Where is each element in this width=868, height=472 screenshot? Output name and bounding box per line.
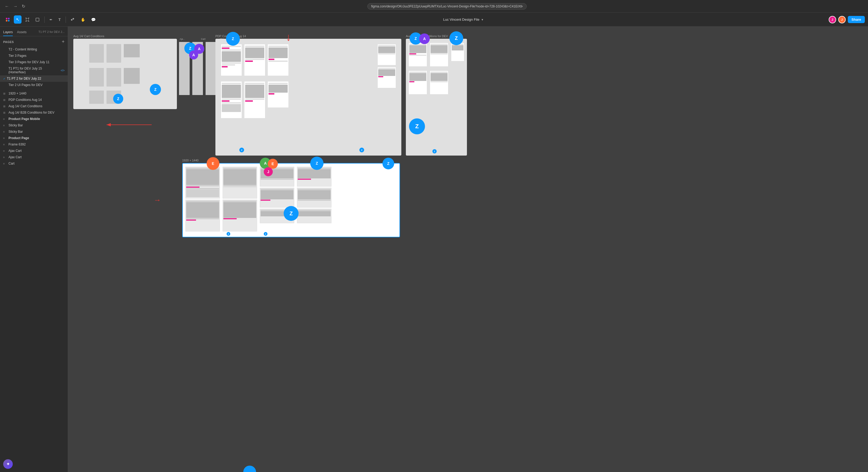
page-item-product-mobile[interactable]: ≡ Product Page Mobile [0, 116, 68, 122]
page-label: Aug 14/ B2B Conditions for DEV [8, 111, 55, 114]
comment-tool-button[interactable]: 💬 [89, 16, 98, 23]
aja-label: Aja... [180, 38, 185, 40]
code-icon: </> [61, 69, 65, 72]
avatar-z-1920-bottom: Z [284, 206, 299, 221]
page-col2-1 [223, 167, 257, 199]
svg-rect-12 [36, 18, 39, 21]
url-bar[interactable] [367, 3, 527, 9]
pdp-right-1 [377, 44, 396, 65]
pages-list: T2 - Content Writing Tier 3 Pages Tier 3… [0, 46, 68, 456]
add-page-button[interactable]: + [62, 39, 65, 44]
eq-icon: ≡ [3, 117, 7, 121]
pdp-frames-row [221, 44, 289, 76]
canvas[interactable]: Aug 14/ Cart Conditions Z Z [68, 27, 868, 472]
page-label: Tier 2 UI Pages for DEV [8, 83, 42, 87]
svg-rect-9 [28, 18, 29, 21]
pdp-mini-1 [221, 44, 242, 76]
page-col1-2 [185, 200, 220, 232]
avatar-z-b2b: Z [409, 119, 425, 134]
figma-menu-button[interactable] [3, 16, 12, 24]
page-item-ajax2[interactable]: ≡ Ajax Cart [0, 154, 68, 160]
tab-breadcrumb[interactable]: T1 PT 2 for DEV J... [38, 29, 65, 36]
b2b-mini-1 [408, 43, 427, 67]
page-col2-2 [223, 200, 257, 232]
mini-frame-7 [89, 91, 104, 104]
page-item-frame6392[interactable]: ≡ Frame 6392 [0, 141, 68, 147]
pen-tool-button[interactable]: ✒ [47, 16, 55, 23]
page-item-t1pt2[interactable]: ✓ T1 PT 2 for DEV July 22 [0, 75, 68, 82]
figma-toolbar: ↖ ✒ T ✋ 💬 Luc Vincent Design File ▾ J J … [0, 13, 868, 27]
page-col1-1 [185, 167, 220, 199]
svg-rect-6 [26, 21, 27, 22]
b2b-conditions-section: Z Z A Z Z [406, 39, 467, 156]
page-col4-3 [297, 209, 332, 223]
b2b-mini-2 [430, 43, 448, 67]
component-tool-button[interactable] [68, 16, 77, 23]
text-tool-button[interactable]: T [56, 16, 63, 23]
tab-layers[interactable]: Layers [3, 29, 13, 36]
page-item-ajax1[interactable]: ≡ Ajax Cart [0, 147, 68, 154]
avatar-a-b2b-top: A [419, 33, 430, 44]
mini-frame-3 [124, 44, 140, 57]
eq-icon: ≡ [3, 149, 7, 153]
svg-rect-4 [26, 18, 27, 18]
svg-rect-7 [28, 21, 29, 22]
col-2 [223, 167, 257, 232]
svg-rect-14 [72, 18, 74, 20]
mini-frame-5 [106, 68, 121, 87]
avatar-z-cart-2: Z [113, 94, 123, 104]
file-title-dropdown[interactable]: ▾ [482, 18, 483, 22]
pdp-mini-4 [221, 81, 242, 119]
page-item-t2-content[interactable]: T2 - Content Writing [0, 46, 68, 53]
svg-rect-8 [26, 18, 26, 21]
tab-assets[interactable]: Assets [17, 29, 27, 36]
page-item-pdp[interactable]: ⊞ PDP Conditions Aug 14 [0, 97, 68, 103]
page-item-product-page[interactable]: ≡ Product Page [0, 135, 68, 141]
frames-panel: Aug 14/ Cart Conditions Z Z [68, 27, 868, 472]
active-check: ✓ [3, 77, 5, 80]
page-item-1920[interactable]: ⊞ 1920 + 1440 [0, 90, 68, 97]
browser-topbar: ← → ↻ [0, 0, 868, 13]
avatar-e-1920: E [207, 157, 219, 170]
sidebar: Layers Assets T1 PT 2 for DEV J... Pages… [0, 27, 68, 472]
svg-rect-0 [6, 18, 7, 20]
avatar-z-b2b-tiny: Z [432, 149, 437, 154]
page-item-b2b[interactable]: ⊞ Aug 14/ B2B Conditions for DEV [0, 109, 68, 116]
share-button[interactable]: Share [848, 16, 865, 23]
pdp-conditions-section: Z Z Z [215, 39, 401, 156]
page-item-tier3[interactable]: Tier 3 Pages [0, 53, 68, 59]
1920-group: 1920 + 1440 [182, 159, 400, 237]
b2b-mini-5 [430, 71, 448, 95]
page-item-cart[interactable]: ⊞ Aug 14/ Cart Conditions [0, 103, 68, 109]
sidebar-arrow-svg [104, 117, 157, 133]
cart-label: Cart [201, 38, 206, 40]
eq-icon: ≡ [3, 130, 7, 133]
frame-icon: ⊞ [3, 111, 7, 114]
back-button[interactable]: ← [3, 3, 11, 10]
file-title: Luc Vincent Design File [443, 18, 479, 22]
page-label: Product Page Mobile [8, 117, 40, 121]
frame-tool-button[interactable] [23, 16, 32, 23]
hand-tool-button[interactable]: ✋ [79, 16, 87, 23]
pdp-frames-row2 [221, 81, 289, 119]
page-item-sticky2[interactable]: ≡ Sticky Bar [0, 129, 68, 135]
avatar-user-1[interactable]: J [829, 16, 836, 23]
page-item-t1pt1[interactable]: T1 PT1 for DEV July 15 (Home/Nav) </> [0, 65, 68, 75]
shape-tool-button[interactable] [33, 16, 42, 23]
figma-badge-button[interactable]: ✦ [3, 459, 13, 469]
toolbar-right: J J Share [829, 16, 865, 23]
mini-frame-1 [89, 44, 104, 63]
page-col4-2 [297, 188, 332, 208]
pdp-mini-5 [244, 81, 265, 119]
page-item-sticky1[interactable]: ≡ Sticky Bar [0, 122, 68, 129]
avatar-user-2[interactable]: J [838, 16, 846, 23]
reload-button[interactable]: ↻ [20, 3, 27, 10]
page-item-tier2-ui[interactable]: Tier 2 UI Pages for DEV [0, 82, 68, 88]
sidebar-bottom: ✦ [0, 456, 68, 472]
page-item-tier3-dev[interactable]: Tier 3 Pages for DEV July 11 [0, 59, 68, 65]
page-item-cart2[interactable]: ≡ Cart [0, 160, 68, 167]
avatar-bottom-partial [243, 466, 256, 472]
move-tool-button[interactable]: ↖ [14, 15, 22, 24]
page-label: Ajax Cart [8, 155, 22, 159]
forward-button[interactable]: → [12, 3, 19, 10]
